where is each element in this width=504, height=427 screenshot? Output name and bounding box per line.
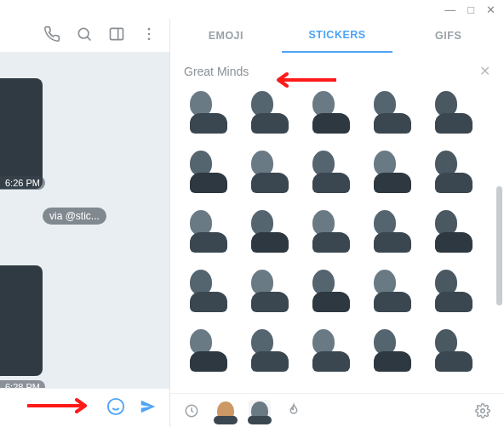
sticker-item[interactable] — [180, 203, 237, 259]
sticker-set-thumb[interactable] — [249, 400, 271, 422]
svg-rect-1 — [111, 28, 123, 39]
sticker-item[interactable] — [364, 203, 421, 259]
sticker-item[interactable] — [364, 84, 421, 140]
sticker-item[interactable] — [242, 322, 298, 379]
recent-stickers-button[interactable] — [180, 400, 203, 422]
sticker-pack-header: Great Minds ✕ — [170, 53, 504, 84]
sticker-panel: EMOJI STICKERS GIFS Great Minds ✕ — [170, 19, 504, 427]
sticker-item[interactable] — [303, 203, 359, 259]
sticker-item[interactable] — [426, 84, 482, 140]
sticker-item[interactable] — [303, 84, 359, 140]
svg-point-4 — [148, 37, 151, 40]
search-icon[interactable] — [76, 26, 93, 46]
sticker-item[interactable] — [303, 322, 359, 379]
svg-point-0 — [78, 28, 89, 38]
svg-point-3 — [148, 32, 151, 35]
sticker-settings-button[interactable] — [472, 400, 494, 422]
sticker-grid-wrap — [170, 84, 504, 393]
minimize-button[interactable]: — — [444, 3, 455, 15]
send-button[interactable] — [139, 397, 158, 419]
svg-point-2 — [148, 27, 151, 30]
emoji-picker-button[interactable] — [106, 397, 125, 419]
sticker-item[interactable] — [242, 144, 298, 200]
sticker-item[interactable] — [180, 84, 237, 140]
more-menu-icon[interactable] — [140, 26, 158, 46]
chat-toolbar — [0, 19, 169, 53]
sticker-item[interactable] — [426, 144, 482, 200]
tab-stickers[interactable]: STICKERS — [282, 19, 393, 53]
sidebar-toggle-icon[interactable] — [108, 26, 125, 46]
tab-gifs[interactable]: GIFS — [392, 19, 504, 53]
sticker-item[interactable] — [180, 263, 237, 319]
tab-emoji[interactable]: EMOJI — [170, 19, 282, 53]
sticker-item[interactable] — [426, 263, 482, 319]
chat-history[interactable]: 6:26 PM via @stic... 6:28 PM — [0, 53, 169, 388]
sticker-item[interactable] — [180, 144, 237, 200]
sticker-item[interactable] — [242, 263, 298, 319]
sticker-item[interactable] — [364, 322, 421, 379]
sticker-sets-tray — [170, 393, 504, 427]
sticker-set-thumb[interactable] — [215, 400, 237, 422]
sticker-message[interactable] — [0, 78, 43, 189]
sticker-item[interactable] — [364, 263, 421, 319]
sticker-pack-title: Great Minds — [184, 65, 249, 78]
sticker-item[interactable] — [242, 84, 298, 140]
sticker-item[interactable] — [364, 144, 421, 200]
chat-column: 6:26 PM via @stic... 6:28 PM — [0, 19, 170, 427]
message-time: 6:28 PM — [0, 380, 45, 388]
maximize-button[interactable]: □ — [467, 3, 474, 15]
panel-tabs: EMOJI STICKERS GIFS — [170, 19, 504, 53]
sticker-item[interactable] — [303, 263, 359, 319]
sticker-grid — [180, 84, 501, 379]
sticker-item[interactable] — [242, 203, 298, 259]
sticker-item[interactable] — [426, 203, 482, 259]
scrollbar-thumb[interactable] — [496, 186, 502, 305]
sticker-item[interactable] — [426, 322, 482, 379]
trending-stickers-button[interactable] — [283, 400, 305, 422]
close-pack-button[interactable]: ✕ — [479, 63, 490, 79]
via-badge: via @stic... — [43, 208, 106, 225]
window-controls: — □ ✕ — [436, 0, 504, 19]
close-window-button[interactable]: ✕ — [486, 3, 495, 15]
svg-point-5 — [108, 398, 123, 413]
sticker-message[interactable] — [0, 265, 43, 376]
message-time: 6:26 PM — [0, 176, 45, 190]
svg-point-7 — [481, 408, 485, 413]
call-icon[interactable] — [43, 26, 60, 46]
sticker-item[interactable] — [303, 144, 359, 200]
chat-input-bar — [0, 388, 169, 427]
sticker-item[interactable] — [180, 322, 237, 379]
